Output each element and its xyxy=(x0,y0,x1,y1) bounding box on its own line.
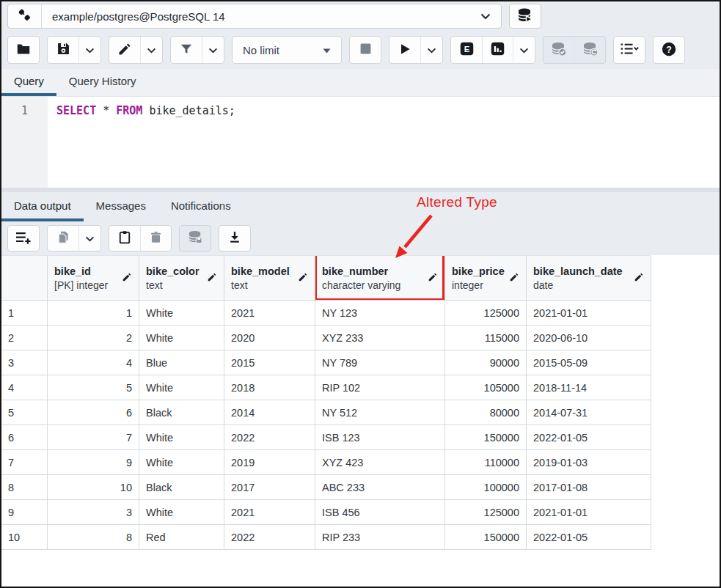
cell-bike_number[interactable]: XYZ 423 xyxy=(315,450,445,475)
macros-button[interactable] xyxy=(614,37,645,63)
column-header-bike_number[interactable]: bike_numbercharacter varying xyxy=(315,255,445,301)
filter-button[interactable] xyxy=(171,37,202,63)
cell-bike_price[interactable]: 105000 xyxy=(445,375,527,400)
cell-bike_model[interactable]: 2021 xyxy=(224,500,315,525)
cell-bike_id[interactable]: 3 xyxy=(48,500,139,525)
row-number-cell[interactable]: 6 xyxy=(1,425,48,450)
cell-bike_color[interactable]: White xyxy=(139,301,224,326)
cell-bike_model[interactable]: 2020 xyxy=(224,326,315,350)
tab-notifications[interactable]: Notifications xyxy=(158,192,244,221)
cell-bike_number[interactable]: NY 512 xyxy=(315,400,445,425)
cell-bike_model[interactable]: 2022 xyxy=(224,525,315,550)
cell-bike_id[interactable]: 1 xyxy=(48,301,139,326)
cell-bike_launch_date[interactable]: 2014-07-31 xyxy=(527,400,651,425)
cell-bike_color[interactable]: White xyxy=(139,375,224,400)
row-number-cell[interactable]: 1 xyxy=(1,301,48,326)
cell-bike_number[interactable]: ABC 233 xyxy=(315,475,445,500)
cell-bike_price[interactable]: 80000 xyxy=(445,400,527,425)
open-file-button[interactable] xyxy=(8,37,39,63)
stop-button[interactable] xyxy=(350,37,381,63)
tab-query-history[interactable]: Query History xyxy=(56,69,149,96)
column-header-bike_launch_date[interactable]: bike_launch_datedate xyxy=(527,255,651,301)
column-header-bike_price[interactable]: bike_priceinteger xyxy=(445,255,527,301)
cell-bike_id[interactable]: 8 xyxy=(48,525,139,550)
copy-button[interactable] xyxy=(48,226,78,251)
cell-bike_color[interactable]: White xyxy=(139,500,224,525)
tab-data-output[interactable]: Data output xyxy=(1,192,84,221)
cell-bike_price[interactable]: 125000 xyxy=(445,301,527,326)
edit-button[interactable] xyxy=(109,37,140,63)
cell-bike_id[interactable]: 7 xyxy=(48,425,139,450)
save-data-button[interactable] xyxy=(180,226,211,251)
tab-query[interactable]: Query xyxy=(1,69,56,96)
paste-button[interactable] xyxy=(109,226,140,251)
cell-bike_model[interactable]: 2019 xyxy=(224,450,315,475)
cell-bike_id[interactable]: 4 xyxy=(48,350,139,375)
cell-bike_number[interactable]: NY 123 xyxy=(315,301,445,326)
cell-bike_price[interactable]: 90000 xyxy=(445,350,527,375)
rollback-button[interactable] xyxy=(574,37,605,63)
cell-bike_number[interactable]: ISB 456 xyxy=(315,500,445,525)
cell-bike_price[interactable]: 110000 xyxy=(445,450,527,475)
help-button[interactable]: ? xyxy=(654,37,684,63)
cell-bike_color[interactable]: White xyxy=(139,450,224,475)
row-number-cell[interactable]: 2 xyxy=(1,326,48,350)
cell-bike_model[interactable]: 2017 xyxy=(224,475,315,500)
add-row-button[interactable] xyxy=(8,226,39,251)
cell-bike_number[interactable]: RIP 233 xyxy=(315,525,445,550)
delete-row-button[interactable] xyxy=(140,226,171,251)
cell-bike_model[interactable]: 2014 xyxy=(224,400,315,425)
filter-options-chevron[interactable] xyxy=(202,37,224,63)
save-options-chevron[interactable] xyxy=(78,37,100,63)
cell-bike_color[interactable]: Red xyxy=(139,525,224,550)
cell-bike_id[interactable]: 10 xyxy=(48,475,139,500)
sql-code-area[interactable]: SELECT * FROM bike_details; xyxy=(48,97,720,188)
sql-editor[interactable]: 1 SELECT * FROM bike_details; xyxy=(1,97,720,188)
row-number-cell[interactable]: 10 xyxy=(1,525,48,550)
row-number-cell[interactable]: 5 xyxy=(1,400,48,425)
column-header-bike_id[interactable]: bike_id[PK] integer xyxy=(48,255,139,301)
row-number-cell[interactable]: 7 xyxy=(1,450,48,475)
cell-bike_launch_date[interactable]: 2019-01-03 xyxy=(527,450,651,475)
connection-dropdown[interactable]: example/postgres@PostgreSQL 14 xyxy=(42,4,501,28)
row-number-cell[interactable]: 8 xyxy=(1,475,48,500)
row-number-cell[interactable]: 3 xyxy=(1,350,48,375)
connection-status-button[interactable] xyxy=(8,4,42,28)
explain-options-chevron[interactable] xyxy=(513,37,535,63)
download-button[interactable] xyxy=(219,226,250,251)
cell-bike_number[interactable]: NY 789 xyxy=(315,350,445,375)
cell-bike_model[interactable]: 2022 xyxy=(224,425,315,450)
cell-bike_color[interactable]: Black xyxy=(139,400,224,425)
cell-bike_color[interactable]: Black xyxy=(139,475,224,500)
cell-bike_launch_date[interactable]: 2015-05-09 xyxy=(527,350,651,375)
column-header-bike_color[interactable]: bike_colortext xyxy=(139,255,224,301)
save-button[interactable] xyxy=(48,37,78,63)
cell-bike_color[interactable]: White xyxy=(139,326,224,350)
tab-messages[interactable]: Messages xyxy=(84,192,158,221)
row-number-cell[interactable]: 4 xyxy=(1,375,48,400)
cell-bike_launch_date[interactable]: 2022-01-05 xyxy=(527,425,651,450)
explain-analyze-button[interactable] xyxy=(482,37,513,63)
explain-button[interactable]: E xyxy=(451,37,482,63)
execute-button[interactable] xyxy=(389,37,420,63)
copy-options-chevron[interactable] xyxy=(78,226,100,251)
edit-options-chevron[interactable] xyxy=(140,37,162,63)
cell-bike_id[interactable]: 9 xyxy=(48,450,139,475)
cell-bike_price[interactable]: 150000 xyxy=(445,525,527,550)
cell-bike_id[interactable]: 5 xyxy=(48,375,139,400)
execute-options-chevron[interactable] xyxy=(420,37,442,63)
cell-bike_number[interactable]: XYZ 233 xyxy=(315,326,445,350)
cell-bike_number[interactable]: ISB 123 xyxy=(315,425,445,450)
cell-bike_id[interactable]: 6 xyxy=(48,400,139,425)
cell-bike_color[interactable]: Blue xyxy=(139,350,224,375)
cell-bike_launch_date[interactable]: 2021-01-01 xyxy=(527,301,651,326)
cell-bike_id[interactable]: 2 xyxy=(48,326,139,350)
select-all-cell[interactable] xyxy=(1,255,48,301)
cell-bike_model[interactable]: 2021 xyxy=(224,301,315,326)
cell-bike_launch_date[interactable]: 2022-01-05 xyxy=(527,525,651,550)
commit-button[interactable] xyxy=(544,37,574,63)
cell-bike_model[interactable]: 2018 xyxy=(224,375,315,400)
cell-bike_launch_date[interactable]: 2021-01-01 xyxy=(527,500,651,525)
row-limit-dropdown[interactable]: No limit xyxy=(232,36,342,64)
cell-bike_color[interactable]: White xyxy=(139,425,224,450)
